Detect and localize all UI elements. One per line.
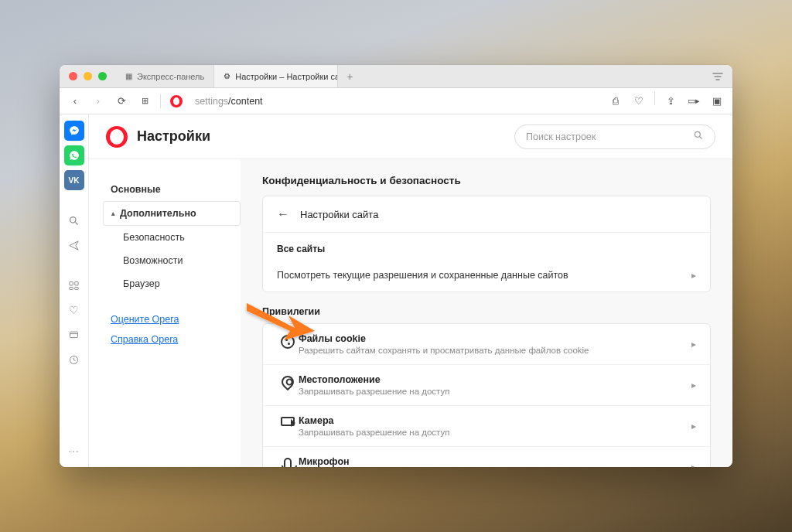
nav-browser[interactable]: Браузер <box>115 272 241 295</box>
bookmarks-sidebar-icon[interactable]: ♡ <box>64 300 84 320</box>
perm-microphone[interactable]: Микрофон Запрашивать разрешение на досту… <box>263 447 710 467</box>
reload-button[interactable]: ⟳ <box>111 91 132 111</box>
nav-advanced[interactable]: ▴ Дополнительно <box>103 201 241 226</box>
divider <box>654 91 655 105</box>
row-site-settings-back[interactable]: ← Настройки сайта <box>263 196 710 233</box>
url-origin: settings <box>195 96 228 107</box>
svg-point-0 <box>70 217 77 223</box>
forward-button[interactable]: › <box>87 91 109 111</box>
grid-icon: ▦ <box>125 72 132 80</box>
address-bar: ‹ › ⟳ ⊞ settings/content ⎙ ♡ ⇪ ▭▸ ▣ <box>60 88 732 114</box>
camera-icon <box>277 417 299 426</box>
speed-dial-button[interactable]: ⊞ <box>134 91 155 111</box>
card-privileges: Файлы cookie Разрешить сайтам сохранять … <box>262 323 711 467</box>
perm-camera[interactable]: Камера Запрашивать разрешение на доступ … <box>263 406 710 447</box>
back-button[interactable]: ‹ <box>64 91 86 111</box>
perm-cookies[interactable]: Файлы cookie Разрешить сайтам сохранять … <box>263 324 710 365</box>
window-controls <box>60 65 116 87</box>
svg-point-9 <box>695 131 700 137</box>
left-sidebar: VK ♡ ⋯ <box>60 114 89 467</box>
search-sidebar-icon[interactable] <box>64 210 84 230</box>
tabs-sidebar-icon[interactable] <box>64 325 84 345</box>
bookmark-icon[interactable]: ♡ <box>628 91 650 111</box>
nav-label: Дополнительно <box>120 208 196 219</box>
url-path: /content <box>228 96 262 107</box>
tab-label: Экспресс-панель <box>137 72 204 81</box>
nav-features[interactable]: Возможности <box>115 249 241 272</box>
chevron-right-icon: ▸ <box>691 339 696 350</box>
tab-label: Настройки – Настройки сай <box>235 72 338 81</box>
search-input[interactable] <box>526 131 693 142</box>
perm-desc: Запрашивать разрешение на доступ <box>299 428 691 437</box>
tab-settings[interactable]: ⚙ Настройки – Настройки сай <box>214 65 338 87</box>
svg-rect-3 <box>75 281 78 285</box>
perm-desc: Разрешить сайтам сохранять и просматрива… <box>299 346 691 355</box>
minimize-window[interactable] <box>84 72 92 80</box>
nav-security[interactable]: Безопасность <box>115 226 241 249</box>
tab-strip: ▦ Экспресс-панель ⚙ Настройки – Настройк… <box>60 65 732 88</box>
browser-window: ▦ Экспресс-панель ⚙ Настройки – Настройк… <box>60 65 732 467</box>
nav-basic[interactable]: Основные <box>103 178 241 201</box>
gear-icon: ⚙ <box>224 72 230 80</box>
subhead-all-sites: Все сайты <box>263 233 710 259</box>
section-privacy-title: Конфиденциальность и безопасность <box>262 175 711 186</box>
opera-logo-icon <box>106 126 128 148</box>
svg-rect-4 <box>70 287 73 289</box>
search-icon <box>693 130 704 144</box>
svg-line-1 <box>75 222 77 224</box>
nav-help-opera[interactable]: Справка Opera <box>103 329 241 350</box>
settings-header: Настройки <box>89 114 732 159</box>
chevron-right-icon: ▸ <box>691 421 696 431</box>
svg-rect-6 <box>70 332 78 338</box>
location-icon <box>277 376 299 388</box>
perm-desc: Запрашивать разрешение на доступ <box>299 387 691 396</box>
vk-icon[interactable]: VK <box>64 170 84 190</box>
whatsapp-icon[interactable] <box>64 145 84 165</box>
perm-title: Камера <box>299 415 691 426</box>
arrow-left-icon: ← <box>277 207 289 221</box>
maximize-window[interactable] <box>98 72 107 80</box>
perm-title: Местоположение <box>299 374 691 385</box>
row-title: Настройки сайта <box>300 209 378 220</box>
svg-rect-2 <box>70 281 73 285</box>
chevron-right-icon: ▸ <box>691 462 696 467</box>
personal-news-icon[interactable] <box>64 275 84 295</box>
settings-nav: Основные ▴ Дополнительно Безопасность Во… <box>89 159 241 467</box>
perm-title: Файлы cookie <box>299 333 691 344</box>
messenger-icon[interactable] <box>64 121 84 141</box>
new-tab-button[interactable]: + <box>338 65 361 87</box>
send-sidebar-icon[interactable] <box>64 235 84 255</box>
subhead-privileges: Привилегии <box>262 306 711 317</box>
row-text: Посмотреть текущие разрешения и сохранен… <box>277 270 568 281</box>
nav-rate-opera[interactable]: Оцените Opera <box>103 309 241 329</box>
sidebar-more-icon[interactable]: ⋯ <box>68 445 80 458</box>
tab-speed-dial[interactable]: ▦ Экспресс-панель <box>116 65 214 87</box>
easy-setup-icon[interactable] <box>703 65 732 87</box>
row-view-permissions[interactable]: Посмотреть текущие разрешения и сохранен… <box>263 259 710 292</box>
settings-search[interactable] <box>514 124 715 149</box>
svg-line-10 <box>700 136 702 138</box>
divider <box>160 94 161 108</box>
settings-panel: Конфиденциальность и безопасность ← Наст… <box>241 159 732 467</box>
svg-rect-5 <box>75 287 78 289</box>
chevron-right-icon: ▸ <box>691 380 696 390</box>
nav-label: Браузер <box>123 278 160 289</box>
nav-label: Возможности <box>123 255 183 266</box>
close-window[interactable] <box>69 72 77 80</box>
site-info-icon[interactable] <box>166 91 187 111</box>
page-title: Настройки <box>137 128 210 145</box>
chevron-right-icon: ▸ <box>691 270 696 281</box>
microphone-icon <box>277 458 299 467</box>
cookie-icon <box>277 335 299 349</box>
nav-label: Безопасность <box>123 232 185 243</box>
share-icon[interactable]: ⇪ <box>660 91 681 111</box>
perm-location[interactable]: Местоположение Запрашивать разрешение на… <box>263 365 710 406</box>
extensions-icon[interactable]: ▣ <box>706 91 728 111</box>
chevron-up-icon: ▴ <box>111 210 115 217</box>
url-field[interactable]: settings/content <box>189 96 603 107</box>
snapshot-icon[interactable]: ⎙ <box>605 91 626 111</box>
battery-icon[interactable]: ▭▸ <box>683 91 705 111</box>
history-sidebar-icon[interactable] <box>64 350 84 370</box>
card-site-settings: ← Настройки сайта Все сайты Посмотреть т… <box>262 196 711 292</box>
nav-label: Основные <box>111 184 161 195</box>
